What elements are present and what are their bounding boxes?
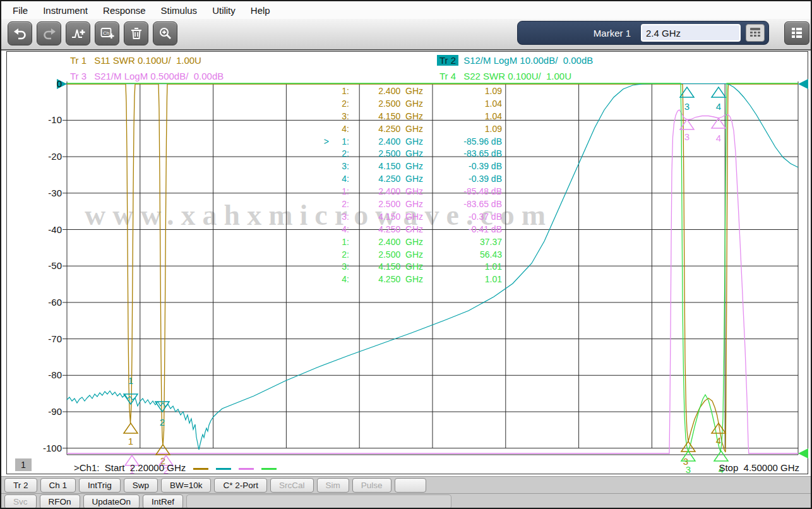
stop-frequency: Stop 4.50000 GHz (719, 462, 799, 473)
delete-button[interactable] (124, 21, 148, 45)
softkey-bw-10k[interactable]: BW=10k (161, 478, 211, 493)
undo-icon (13, 26, 28, 41)
marker-value: 1.04 (423, 111, 503, 123)
undo-button[interactable] (8, 21, 32, 45)
softkey-sim[interactable]: Sim (317, 478, 349, 493)
trace-header-tr3[interactable]: Tr 3S21/M LogM 0.500dB/ 0.00dB (68, 71, 224, 81)
y-tick-label: -20 (35, 151, 62, 162)
marker-number: 2: (329, 198, 349, 211)
redo-button[interactable] (37, 21, 61, 45)
keypad-icon[interactable] (746, 24, 765, 42)
marker-number: 2: (329, 148, 349, 160)
menu-help[interactable]: Help (243, 5, 278, 16)
marker-value: -0.37 dB (423, 211, 503, 224)
menu-utility[interactable]: Utility (205, 5, 243, 16)
marker-readout-row: 4:4.250 GHz-0.41 dB (320, 224, 503, 236)
trace-desc: S21/M LogM 0.500dB/ 0.00dB (94, 71, 224, 81)
marker-frequency: 4.150 GHz (349, 111, 423, 123)
marker-active-indicator (320, 249, 329, 261)
marker-frequency: 4.250 GHz (349, 224, 423, 236)
marker-value: 56.43 (423, 249, 503, 261)
status-bar-row1: Tr 2Ch 1IntTrigSwpBW=10kC* 2-PortSrcCalS… (1, 476, 811, 493)
marker-readout-row: 4:4.250 GHz1.01 (320, 273, 503, 286)
marker-number: 4: (329, 224, 349, 236)
menu-stimulus[interactable]: Stimulus (153, 5, 205, 16)
channel-prefix: >Ch1: (74, 462, 99, 473)
start-value[interactable]: 2.20000 GHz (130, 462, 186, 473)
marker-control-bar: Marker 1 (517, 21, 769, 45)
zoom-in-icon (158, 26, 173, 41)
marker-value: -0.41 dB (423, 224, 503, 236)
status-bar-row2: SvcRFOnUpdateOnIntRef (1, 493, 811, 509)
trace-header-tr1[interactable]: Tr 1S11 SWR 0.100U/ 1.00U (68, 55, 201, 66)
y-tick-label: -100 (35, 443, 62, 453)
marker-readout-row: 2:2.500 GHz-83.65 dB (320, 148, 503, 160)
trace-desc: S12/M LogM 10.00dB/ 0.00dB (463, 55, 593, 66)
marker-active-indicator (320, 261, 329, 273)
softkey-inttrig[interactable]: IntTrig (79, 478, 121, 493)
softkey-c-2-port[interactable]: C* 2-Port (214, 478, 267, 493)
marker-number: 3: (329, 211, 349, 224)
softkey-srccal[interactable]: SrcCal (270, 478, 314, 493)
softkey-updateon[interactable]: UpdateOn (83, 494, 140, 509)
marker-frequency: 2.500 GHz (349, 198, 423, 211)
channel-badge[interactable]: 1 (15, 458, 32, 471)
marker-active-indicator (320, 173, 329, 186)
vna-application-window: { "menu_bar": {"items": ["File", "Instru… (0, 0, 812, 509)
marker-frequency: 4.150 GHz (349, 160, 423, 173)
y-tick-label: -40 (35, 224, 62, 235)
softkey-pulse[interactable]: Pulse (352, 478, 391, 493)
softkey-ch-1[interactable]: Ch 1 (40, 478, 76, 493)
marker-readout-row: 3:4.150 GHz-0.39 dB (320, 160, 503, 173)
marker-number: 3: (329, 160, 349, 173)
marker-frequency: 2.400 GHz (349, 236, 423, 249)
trace-id-chip: Tr 4 (437, 71, 458, 81)
marker-value: 1.01 (423, 261, 503, 273)
menu-response[interactable]: Response (95, 5, 153, 16)
softkey-tr-2[interactable]: Tr 2 (4, 478, 37, 493)
marker-frequency: 4.250 GHz (349, 173, 423, 186)
y-tick-label: -50 (35, 260, 62, 271)
marker-readout-row: 3:4.150 GHz1.01 (320, 261, 503, 273)
zoom-button[interactable] (153, 21, 177, 45)
menu-file[interactable]: File (5, 5, 35, 16)
marker-frequency: 2.500 GHz (349, 148, 423, 160)
marker-active-indicator (320, 148, 329, 160)
marker-number: 3: (329, 261, 349, 273)
add-channel-button[interactable]: Ch (95, 21, 119, 45)
marker-active-indicator (320, 211, 329, 224)
marker-number: 1: (329, 85, 349, 98)
marker-readout-row: 3:4.150 GHz-0.37 dB (320, 211, 503, 224)
marker-value: 1.04 (423, 98, 503, 111)
toolbar: Ch Marker 1 (1, 19, 811, 51)
softkey-intref[interactable]: IntRef (143, 494, 183, 509)
marker-frequency: 2.400 GHz (349, 136, 423, 148)
trace-header-tr2[interactable]: Tr 2S12/M LogM 10.00dB/ 0.00dB (437, 55, 593, 66)
legend-dash-tr4 (261, 468, 277, 470)
start-label: Start (105, 462, 125, 473)
marker-value: 37.37 (423, 236, 503, 249)
marker-active-indicator (320, 236, 329, 249)
table-view-button[interactable] (784, 21, 809, 45)
marker-active-indicator (320, 273, 329, 286)
stop-value[interactable]: 4.50000 GHz (744, 462, 799, 473)
menu-bar: FileInstrumentResponseStimulusUtilityHel… (1, 1, 811, 19)
softkey-rfon[interactable]: RFOn (40, 494, 80, 509)
y-tick-label: -30 (35, 188, 62, 198)
trace-desc: S11 SWR 0.100U/ 1.00U (94, 55, 201, 66)
legend-dash-tr1 (193, 468, 208, 470)
marker-readout-row: 2:2.500 GHz1.04 (320, 98, 503, 111)
marker-number: 1: (329, 136, 349, 148)
marker-active-indicator (320, 224, 329, 236)
marker-number: 3: (329, 111, 349, 123)
softkey-svc[interactable]: Svc (4, 494, 37, 509)
marker-value: -83.65 dB (423, 198, 503, 211)
trace-header-tr4[interactable]: Tr 4S22 SWR 0.100U/ 1.00U (437, 71, 571, 81)
marker-readout-table: 1:2.400 GHz1.092:2.500 GHz1.043:4.150 GH… (320, 85, 503, 286)
marker-frequency-input[interactable] (641, 24, 741, 42)
add-trace-button[interactable] (66, 21, 90, 45)
menu-instrument[interactable]: Instrument (35, 5, 95, 16)
softkey-swp[interactable]: Swp (124, 478, 158, 493)
marker-label: Marker 1 (594, 28, 631, 39)
marker-frequency: 2.500 GHz (349, 249, 423, 261)
